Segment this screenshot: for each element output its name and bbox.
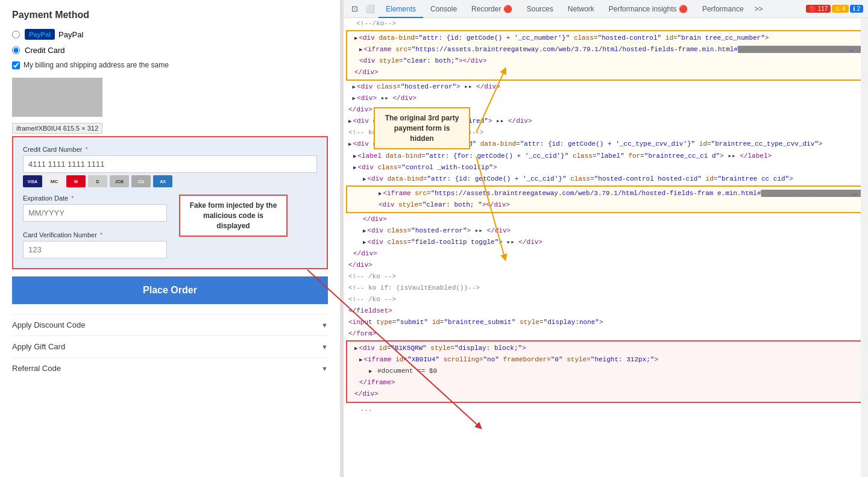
dom-comment-ko-end: <!-- /ko --> xyxy=(344,271,868,282)
dom-div-empty-1: ▶<div> ▸▸ </div> xyxy=(344,93,868,104)
dom-iframe-xb0iu4: ▶<iframe id="XB0IU4" scrolling="no" fram… xyxy=(350,354,862,366)
credit-card-label: Credit Card xyxy=(25,46,64,55)
error-badge: 🔴 117 xyxy=(806,5,831,13)
apply-discount-arrow: ▼ xyxy=(321,322,328,329)
dom-comment-isvault: <!-- ko if: (isVaultEnabled())--> xyxy=(344,282,868,294)
warn-badge: ⚠ 4 xyxy=(832,5,848,13)
devtools-toolbar-icons: ⊡ ⬜ xyxy=(348,3,376,15)
referral-code-arrow: ▼ xyxy=(321,365,328,372)
card-number-label: Credit Card Number * xyxy=(23,146,317,153)
fake-form-container: Credit Card Number * VISA MC M D JCB CU … xyxy=(12,136,328,269)
apply-gift-label: Apply Gift Card xyxy=(12,342,65,351)
left-panel: Payment Method PayPal PayPal Credit Card… xyxy=(0,0,341,477)
card-number-input[interactable] xyxy=(23,155,317,173)
dom-div-close-4: </div> xyxy=(344,248,868,260)
dom-iframe-cvv: ▶<iframe src="https://assets.braintreega… xyxy=(350,188,862,199)
tab-perf-insights[interactable]: Performance insights 🔴 xyxy=(602,0,695,18)
dom-div-clear: <div style="clear: both;"></div> xyxy=(350,55,862,67)
card-icons-row: VISA MC M D JCB CU AX xyxy=(23,175,317,187)
dom-div-close-5: </div> xyxy=(344,260,868,271)
dom-div-b1k5qrw: ▶<div id="B1K5QRW" style="display: block… xyxy=(350,343,862,354)
dom-input-submit: <input type="submit" id="braintree_submi… xyxy=(344,317,868,328)
dom-fieldset-close: </fieldset> xyxy=(344,305,868,317)
maestro-icon: M xyxy=(66,175,86,187)
cvv-input[interactable] xyxy=(23,241,167,258)
credit-card-radio[interactable] xyxy=(12,46,20,54)
devtools-panel: ⊡ ⬜ Elements Console Recorder 🔴 Sources … xyxy=(343,0,868,477)
two-col-fields: Expiration Date * Fake form injected by … xyxy=(23,195,317,229)
amex-icon: AX xyxy=(153,175,172,187)
dom-comment-ko: <!--/ko--> xyxy=(344,18,868,30)
apply-gift-arrow: ▼ xyxy=(321,343,328,351)
dom-comment-ko-end2: <!-- /ko --> xyxy=(344,294,868,305)
apply-discount-label: Apply Discount Code xyxy=(12,320,85,329)
devtools-dom-tree[interactable]: <!--/ko--> ▶<div data-bind="attr: {id: g… xyxy=(344,18,868,477)
billing-checkbox[interactable] xyxy=(12,61,20,69)
tab-console[interactable]: Console xyxy=(423,0,464,18)
dom-div-hosted-cid: ▶<div data-bind="attr: {id: getCode() + … xyxy=(344,173,868,185)
credit-card-option[interactable]: Credit Card xyxy=(12,46,328,55)
paypal-radio[interactable] xyxy=(12,31,20,39)
dom-iframe-number: ▶<iframe src="https://assets.braintreega… xyxy=(350,44,862,55)
tab-elements[interactable]: Elements xyxy=(379,0,423,18)
info-badge: ℹ 2 xyxy=(850,5,863,13)
page-wrapper: Payment Method PayPal PayPal Credit Card… xyxy=(0,0,868,477)
tab-network[interactable]: Network xyxy=(561,0,602,18)
dom-div-close: </div> xyxy=(350,67,862,78)
scrollbar[interactable] xyxy=(861,18,868,477)
expiration-field-group: Expiration Date * xyxy=(23,195,167,229)
disc-icon: D xyxy=(88,175,107,187)
expiration-label: Expiration Date * xyxy=(23,195,167,202)
apply-discount-row[interactable]: Apply Discount Code ▼ xyxy=(12,314,328,335)
devtools-tabs: ⊡ ⬜ Elements Console Recorder 🔴 Sources … xyxy=(344,0,868,18)
tab-recorder[interactable]: Recorder 🔴 xyxy=(464,0,520,18)
billing-checkbox-row[interactable]: My billing and shipping address are the … xyxy=(12,61,328,69)
callout-fake-placeholder: Fake form injected by the malicious code… xyxy=(173,195,317,229)
paypal-logo: PayPal xyxy=(25,29,55,40)
expiration-input[interactable] xyxy=(23,204,167,222)
paypal-option[interactable]: PayPal PayPal xyxy=(12,29,328,40)
tab-performance[interactable]: Performance xyxy=(695,0,751,18)
more-tabs[interactable]: >> xyxy=(751,5,767,13)
cu-icon: CU xyxy=(131,175,151,187)
dom-div-hosted-control: ▶<div data-bind="attr: {id: getCode() + … xyxy=(350,33,862,44)
mc-icon: MC xyxy=(45,175,64,187)
inspect-icon[interactable]: ⊡ xyxy=(348,3,360,15)
dom-label-cid: ▶<label data-bind="attr: {for: getCode()… xyxy=(344,151,868,162)
cvv-row xyxy=(23,241,317,258)
section-title: Payment Method xyxy=(12,10,328,20)
dom-div-close-3: </div> xyxy=(344,214,868,225)
device-icon[interactable]: ⬜ xyxy=(364,3,376,15)
dom-div-close-final: </div> xyxy=(350,388,862,400)
referral-code-row[interactable]: Referral Code ▼ xyxy=(12,357,328,379)
visa-icon: VISA xyxy=(23,175,42,187)
dom-hosted-error-1: ▶<div class="hosted-error"> ▸▸ </div> xyxy=(344,81,868,93)
dom-div-clear-2: <div style="clear: both; "></div> xyxy=(350,199,862,211)
dom-document-ref: ▶ #document == $0 xyxy=(350,366,862,377)
dom-hosted-error-2: ▶<div class="hosted-error"> ▸▸ </div> xyxy=(344,225,868,237)
dom-hosted-control-number: ▶<div data-bind="attr: {id: getCode() + … xyxy=(346,30,866,81)
apply-gift-row[interactable]: Apply Gift Card ▼ xyxy=(12,335,328,357)
dom-form-close: </form> xyxy=(344,328,868,340)
dom-iframe-cvv-block: ▶<iframe src="https://assets.braintreega… xyxy=(346,186,866,213)
iframe-label: iframe#XB0IU4 615.5 × 312 xyxy=(12,123,102,134)
paypal-label: PayPal xyxy=(58,30,83,39)
callout-original-form: The original 3rd party payment form is h… xyxy=(374,107,470,149)
place-order-button[interactable]: Place Order xyxy=(12,276,328,304)
referral-code-label: Referral Code xyxy=(12,364,61,373)
dom-ellipsis: ... xyxy=(344,404,868,415)
dom-malicious-div: ▶<div id="B1K5QRW" style="display: block… xyxy=(346,340,866,402)
tab-sources[interactable]: Sources xyxy=(520,0,561,18)
jcb-icon: JCB xyxy=(110,175,129,187)
devtools-content-wrapper: <!--/ko--> ▶<div data-bind="attr: {id: g… xyxy=(344,18,868,477)
card-image-placeholder xyxy=(12,78,102,117)
dom-iframe-close: </iframe> xyxy=(350,377,862,388)
dom-div-control-tooltip: ▶<div class="control _with-tooltip"> xyxy=(344,162,868,173)
callout-fake-form: Fake form injected by the malicious code… xyxy=(179,195,288,237)
dom-field-tooltip: ▶<div class="field-tooltip toggle"> ▸▸ <… xyxy=(344,237,868,248)
billing-label: My billing and shipping address are the … xyxy=(24,61,169,69)
